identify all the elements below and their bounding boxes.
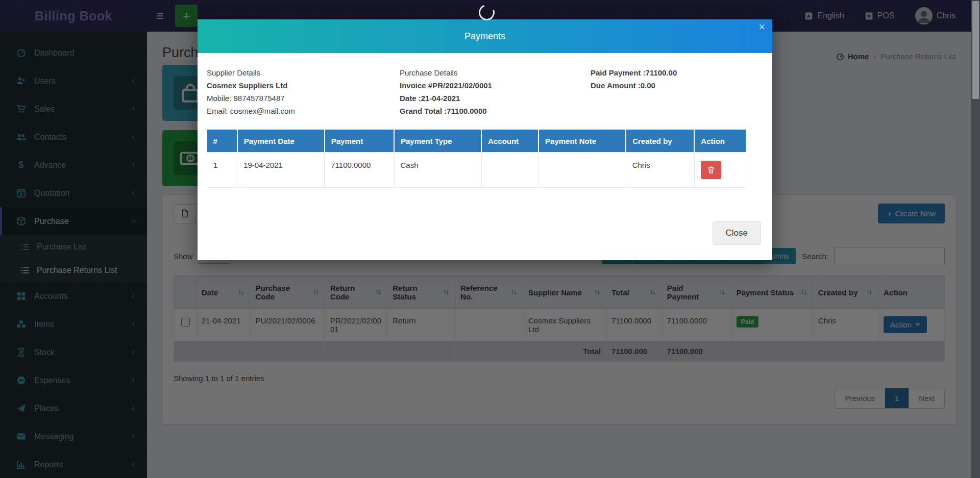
- payments-table: # Payment Date Payment Payment Type Acco…: [207, 130, 746, 188]
- supplier-email: Email: cosmex@mail.com: [207, 105, 400, 117]
- purchase-details: Purchase Details Invoice #PR/2021/02/000…: [400, 66, 591, 117]
- pcell-payment-note: [538, 153, 626, 188]
- pcol-account: Account: [481, 130, 538, 153]
- modal-header: Payments ×: [198, 19, 772, 53]
- supplier-mobile: Mobile: 987457875487: [207, 92, 400, 105]
- pcol-created-by: Created by: [626, 130, 694, 153]
- pcol-index: #: [207, 130, 237, 153]
- purchase-date: Date :21-04-2021: [400, 92, 591, 105]
- due-amount: Due Amount :0.00: [591, 79, 677, 92]
- pcol-payment: Payment: [325, 130, 394, 153]
- pcell-payment: 71100.0000: [325, 153, 394, 188]
- pcol-action: Action: [694, 130, 746, 153]
- payment-summary: Paid Payment :71100.00 Due Amount :0.00: [591, 66, 677, 117]
- pcell-account: [481, 153, 538, 188]
- payment-info: Supplier Details Cosmex Suppliers Ltd Mo…: [207, 66, 763, 117]
- pcell-payment-type: Cash: [394, 153, 481, 188]
- pcol-payment-date: Payment Date: [237, 130, 325, 153]
- supplier-name: Cosmex Suppliers Ltd: [207, 79, 400, 92]
- supplier-details-heading: Supplier Details: [207, 66, 400, 79]
- pcol-payment-type: Payment Type: [394, 130, 481, 153]
- pcell-payment-date: 19-04-2021: [237, 153, 325, 188]
- invoice-number: Invoice #PR/2021/02/0001: [400, 79, 591, 92]
- delete-payment-button[interactable]: [701, 161, 721, 179]
- purchase-details-heading: Purchase Details: [400, 66, 591, 79]
- scrollbar-thumb[interactable]: [972, 1, 979, 99]
- close-icon[interactable]: ×: [758, 20, 765, 34]
- vertical-scrollbar: [971, 0, 980, 478]
- payments-modal: Payments × Supplier Details Cosmex Suppl…: [198, 19, 772, 260]
- modal-title: Payments: [464, 31, 505, 42]
- pcol-payment-note: Payment Note: [538, 130, 626, 153]
- payment-row: 1 19-04-2021 71100.0000 Cash Chris: [207, 153, 746, 188]
- supplier-details: Supplier Details Cosmex Suppliers Ltd Mo…: [207, 66, 400, 117]
- payments-header-row: # Payment Date Payment Payment Type Acco…: [207, 130, 746, 153]
- trash-icon: [707, 166, 715, 174]
- pcell-index: 1: [207, 153, 237, 188]
- close-button[interactable]: Close: [713, 221, 761, 245]
- pcell-created-by: Chris: [626, 153, 694, 188]
- grand-total: Grand Total :71100.0000: [400, 105, 591, 117]
- paid-payment: Paid Payment :71100.00: [591, 66, 677, 79]
